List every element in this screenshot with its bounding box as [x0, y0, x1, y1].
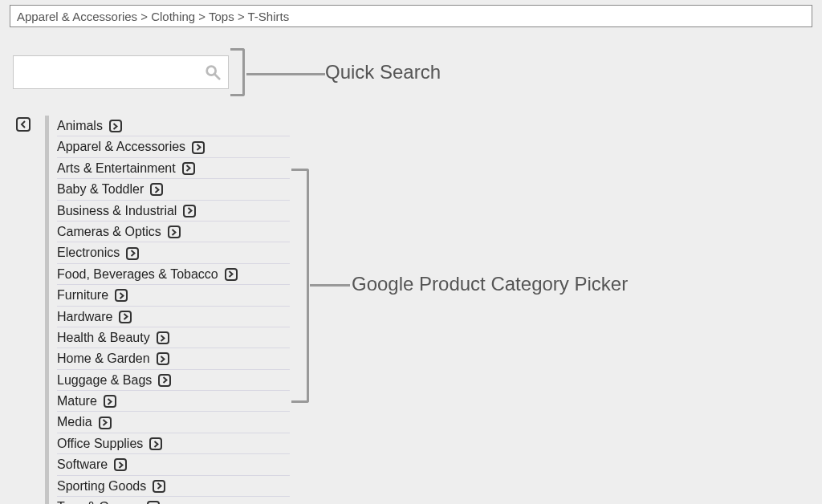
expand-button[interactable] [119, 311, 132, 323]
category-label: Mature [57, 392, 97, 410]
quick-search-label: Quick Search [325, 61, 441, 83]
chevron-right-icon [102, 419, 108, 426]
expand-button[interactable] [183, 205, 196, 217]
category-label: Arts & Entertainment [57, 160, 176, 177]
expand-button[interactable] [157, 352, 169, 365]
category-label: Hardware [57, 308, 112, 326]
quick-search-input[interactable] [13, 55, 229, 89]
expand-button[interactable] [147, 501, 160, 504]
category-label: Toys & Games [57, 498, 140, 504]
category-label: Office Supplies [57, 435, 143, 453]
expand-button[interactable] [115, 289, 128, 302]
category-label: Electronics [57, 244, 120, 262]
bracket-decoration [291, 169, 309, 403]
chevron-right-icon [112, 123, 118, 130]
category-label: Cameras & Optics [57, 223, 161, 241]
category-label: Home & Garden [57, 350, 150, 368]
category-item[interactable]: Toys & Games [57, 497, 290, 504]
expand-button[interactable] [99, 417, 112, 429]
search-icon [204, 63, 222, 81]
category-label: Furniture [57, 287, 108, 304]
category-item[interactable]: Sporting Goods [57, 476, 290, 497]
bracket-decoration [230, 48, 245, 96]
expand-button[interactable] [104, 395, 116, 408]
expand-button[interactable] [192, 141, 205, 154]
chevron-right-icon [160, 335, 165, 342]
category-label: Media [57, 413, 92, 431]
chevron-right-icon [123, 313, 128, 320]
chevron-right-icon [130, 250, 136, 257]
expand-button[interactable] [114, 458, 127, 471]
category-item[interactable]: Media [57, 412, 290, 433]
category-item[interactable]: Apparel & Accessories [57, 136, 290, 157]
expand-button[interactable] [109, 120, 122, 132]
category-label: Luggage & Bags [57, 372, 152, 389]
category-item[interactable]: Health & Beauty [57, 327, 290, 348]
category-item[interactable]: Electronics [57, 242, 290, 263]
category-item[interactable]: Furniture [57, 285, 290, 306]
breadcrumb-input[interactable] [10, 5, 812, 27]
chevron-right-icon [160, 356, 165, 363]
expand-button[interactable] [168, 226, 181, 238]
picker-label: Google Product Category Picker [352, 273, 628, 295]
chevron-right-icon [107, 398, 112, 405]
category-label: Software [57, 456, 108, 474]
category-item[interactable]: Business & Industrial [57, 201, 290, 222]
expand-button[interactable] [225, 268, 238, 281]
category-item[interactable]: Food, Beverages & Tobacco [57, 264, 290, 285]
expand-button[interactable] [157, 331, 169, 344]
expand-button[interactable] [149, 437, 162, 450]
category-label: Food, Beverages & Tobacco [57, 266, 218, 283]
chevron-right-icon [118, 461, 124, 469]
category-item[interactable]: Home & Garden [57, 348, 290, 369]
expand-button[interactable] [150, 183, 163, 196]
chevron-right-icon [119, 292, 124, 299]
category-item[interactable]: Luggage & Bags [57, 370, 290, 391]
chevron-right-icon [187, 207, 193, 214]
category-list: AnimalsApparel & AccessoriesArts & Enter… [57, 116, 290, 504]
category-item[interactable]: Software [57, 454, 290, 475]
category-item[interactable]: Office Supplies [57, 433, 290, 454]
expand-button[interactable] [126, 247, 139, 260]
category-label: Sporting Goods [57, 478, 146, 495]
vertical-divider [45, 116, 49, 504]
chevron-right-icon [157, 482, 162, 490]
expand-button[interactable] [182, 162, 195, 175]
category-label: Baby & Toddler [57, 181, 144, 198]
chevron-right-icon [196, 144, 201, 151]
chevron-right-icon [171, 229, 177, 236]
expand-button[interactable] [153, 480, 165, 493]
chevron-right-icon [162, 376, 168, 384]
category-label: Health & Beauty [57, 329, 150, 347]
chevron-right-icon [228, 270, 234, 278]
category-label: Business & Industrial [57, 202, 177, 220]
chevron-left-icon [20, 120, 26, 128]
lead-line [310, 284, 350, 287]
back-button[interactable] [16, 117, 31, 132]
category-item[interactable]: Animals [57, 116, 290, 136]
chevron-right-icon [154, 186, 160, 193]
svg-line-1 [215, 75, 220, 79]
expand-button[interactable] [158, 374, 171, 387]
category-label: Animals [57, 117, 103, 135]
chevron-right-icon [153, 441, 159, 448]
category-item[interactable]: Mature [57, 391, 290, 412]
chevron-right-icon [185, 165, 191, 172]
category-label: Apparel & Accessories [57, 138, 185, 156]
category-item[interactable]: Cameras & Optics [57, 222, 290, 242]
category-item[interactable]: Arts & Entertainment [57, 158, 290, 179]
category-item[interactable]: Hardware [57, 307, 290, 327]
lead-line [246, 73, 325, 75]
category-item[interactable]: Baby & Toddler [57, 179, 290, 200]
